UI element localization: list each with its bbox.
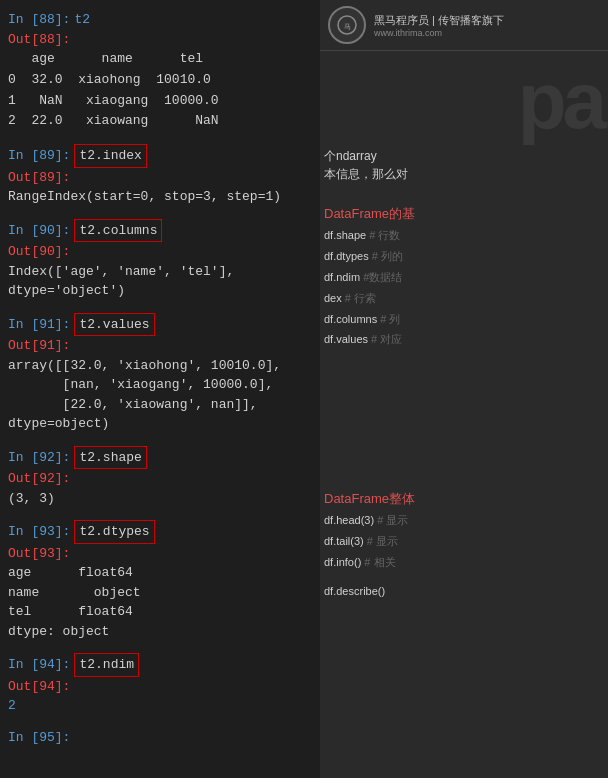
in-line-90: In [90]: t2.columns	[8, 219, 312, 243]
out-label-89: Out[89]:	[8, 168, 312, 188]
dtype-tel: tel float64	[8, 602, 312, 622]
in-number-88: In [88]:	[8, 10, 70, 30]
df-ndim-item: df.ndim #数据结	[324, 267, 604, 288]
in-number-92: In [92]:	[8, 448, 70, 468]
df-tail-comment: # 显示	[367, 535, 398, 547]
in-line-93: In [93]: t2.dtypes	[8, 520, 312, 544]
out-line-91-2: [nan, 'xiaogang', 10000.0],	[8, 375, 312, 395]
table-row-2: 2 22.0 xiaowang NaN	[8, 111, 312, 132]
in-line-92: In [92]: t2.shape	[8, 446, 312, 470]
df-index-comment: # 行索	[345, 292, 376, 304]
logo-text-area: 黑马程序员 | 传智播客旗下 www.ithrima.com	[374, 13, 504, 38]
out-label-94: Out[94]:	[8, 677, 312, 697]
spacer	[324, 573, 604, 581]
out-line-91-1: array([[32.0, 'xiaohong', 10010.0],	[8, 356, 312, 376]
out-content-91: array([[32.0, 'xiaohong', 10010.0], [nan…	[8, 356, 312, 434]
pa-watermark: pa	[518, 55, 603, 147]
right-panel: 马 黑马程序员 | 传智播客旗下 www.ithrima.com pa 个nda…	[320, 0, 608, 778]
in-line-95: In [95]:	[8, 728, 312, 748]
logo-main-text: 黑马程序员 | 传智播客旗下	[374, 13, 504, 28]
in-code-95[interactable]	[74, 728, 82, 748]
table-row-1: 1 NaN xiaogang 10000.0	[8, 91, 312, 112]
svg-text:马: 马	[344, 23, 351, 31]
out-content-89: RangeIndex(start=0, stop=3, step=1)	[8, 187, 312, 207]
left-panel: In [88]: t2 Out[88]: age name tel 0 32.0…	[0, 0, 320, 778]
cell-95: In [95]:	[0, 726, 320, 750]
right-content-section2: DataFrame整体 df.head(3) # 显示 df.tail(3) #…	[324, 490, 604, 602]
in-code-94[interactable]: t2.ndim	[74, 653, 139, 677]
df-info-item: df.info() # 相关	[324, 552, 604, 573]
cell-94: In [94]: t2.ndim Out[94]: 2	[0, 651, 320, 718]
in-line-91: In [91]: t2.values	[8, 313, 312, 337]
out-line-91-3: [22.0, 'xiaowang', nan]], dtype=object)	[8, 395, 312, 434]
in-line-88: In [88]: t2	[8, 10, 312, 30]
df-describe-item: df.describe()	[324, 581, 604, 602]
in-number-95: In [95]:	[8, 728, 70, 748]
table-row-0: 0 32.0 xiaohong 10010.0	[8, 70, 312, 91]
df-shape-item: df.shape # 行数	[324, 225, 604, 246]
logo-area: 马 黑马程序员 | 传智播客旗下 www.ithrima.com	[320, 0, 608, 51]
df-dtypes-comment: # 列的	[372, 250, 403, 262]
out-label-92: Out[92]:	[8, 469, 312, 489]
ndim-value: 2	[8, 698, 16, 713]
df-head-item: df.head(3) # 显示	[324, 510, 604, 531]
section1-title: DataFrame的基	[324, 205, 604, 223]
logo-circle: 马	[328, 6, 366, 44]
ndarray-hint-2: 本信息，那么对	[324, 166, 408, 183]
df-shape-comment: # 行数	[369, 229, 400, 241]
df-values-item: df.values # 对应	[324, 329, 604, 350]
out-content-90: Index(['age', 'name', 'tel'], dtype='obj…	[8, 262, 312, 301]
section2-title: DataFrame整体	[324, 490, 604, 508]
out-label-90: Out[90]:	[8, 242, 312, 262]
cell-89: In [89]: t2.index Out[89]: RangeIndex(st…	[0, 142, 320, 209]
df-index-item: dex # 行索	[324, 288, 604, 309]
table-row-header: age name tel	[8, 49, 312, 70]
in-number-90: In [90]:	[8, 221, 70, 241]
dtype-age: age float64	[8, 563, 312, 583]
right-content-section1: DataFrame的基 df.shape # 行数 df.dtypes # 列的…	[324, 205, 604, 350]
df-tail-item: df.tail(3) # 显示	[324, 531, 604, 552]
logo-icon: 马	[336, 14, 358, 36]
in-number-93: In [93]:	[8, 522, 70, 542]
out-label-88: Out[88]:	[8, 30, 312, 50]
out-content-92: (3, 3)	[8, 489, 312, 509]
in-code-93[interactable]: t2.dtypes	[74, 520, 154, 544]
cell-91: In [91]: t2.values Out[91]: array([[32.0…	[0, 311, 320, 436]
section1-items: df.shape # 行数 df.dtypes # 列的 df.ndim #数据…	[324, 225, 604, 350]
in-code-92[interactable]: t2.shape	[74, 446, 146, 470]
df-dtypes-item: df.dtypes # 列的	[324, 246, 604, 267]
in-code-88[interactable]: t2	[74, 10, 90, 30]
cell-92: In [92]: t2.shape Out[92]: (3, 3)	[0, 444, 320, 511]
in-code-90[interactable]: t2.columns	[74, 219, 162, 243]
in-number-89: In [89]:	[8, 146, 70, 166]
ndarray-hint-1: 个ndarray	[324, 148, 377, 165]
df-head-comment: # 显示	[377, 514, 408, 526]
cell-88: In [88]: t2 Out[88]: age name tel 0 32.0…	[0, 8, 320, 134]
df-columns-item: df.columns # 列	[324, 309, 604, 330]
dtype-dtype: dtype: object	[8, 622, 312, 642]
df-columns-comment: # 列	[380, 313, 400, 325]
in-line-94: In [94]: t2.ndim	[8, 653, 312, 677]
out-label-93: Out[93]:	[8, 544, 312, 564]
cell-93: In [93]: t2.dtypes Out[93]: age float64 …	[0, 518, 320, 643]
out-label-91: Out[91]:	[8, 336, 312, 356]
in-line-89: In [89]: t2.index	[8, 144, 312, 168]
dtype-name: name object	[8, 583, 312, 603]
in-code-89[interactable]: t2.index	[74, 144, 146, 168]
df-values-comment: # 对应	[371, 333, 402, 345]
logo-sub-text: www.ithrima.com	[374, 28, 504, 38]
in-number-94: In [94]:	[8, 655, 70, 675]
out-content-93: age float64 name object tel float64 dtyp…	[8, 563, 312, 641]
section2-items: df.head(3) # 显示 df.tail(3) # 显示 df.info(…	[324, 510, 604, 602]
table-output-88: age name tel 0 32.0 xiaohong 10010.0 1 N…	[8, 49, 312, 132]
df-ndim-comment: #数据结	[363, 271, 402, 283]
df-info-comment: # 相关	[364, 556, 395, 568]
out-content-94: 2	[8, 696, 312, 716]
main-container: In [88]: t2 Out[88]: age name tel 0 32.0…	[0, 0, 608, 778]
in-number-91: In [91]:	[8, 315, 70, 335]
in-code-91[interactable]: t2.values	[74, 313, 154, 337]
cell-90: In [90]: t2.columns Out[90]: Index(['age…	[0, 217, 320, 303]
